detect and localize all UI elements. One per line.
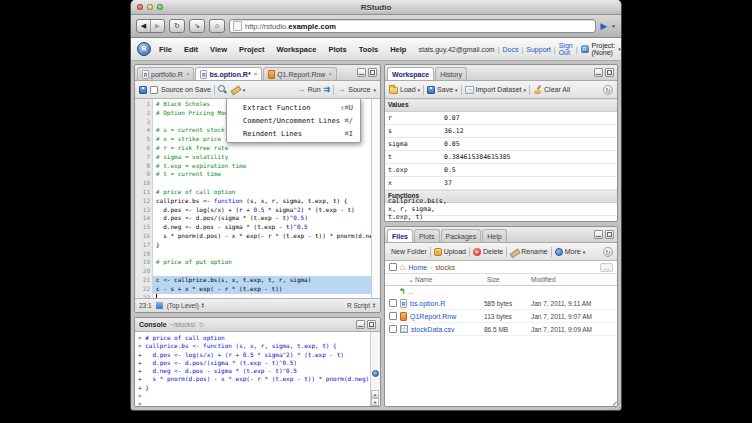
- menu-view[interactable]: View: [210, 45, 227, 54]
- select-all-checkbox[interactable]: [389, 263, 397, 271]
- import-dataset-button[interactable]: Import Dataset▾: [465, 86, 526, 94]
- tab-portfolio-r[interactable]: portfolio.R×: [137, 67, 194, 80]
- file-checkbox[interactable]: [389, 325, 397, 333]
- resize-grip[interactable]: [613, 402, 620, 409]
- console-refresh-icon[interactable]: ↻: [198, 321, 204, 329]
- file-type-selector[interactable]: R Script: [347, 302, 376, 309]
- more-button[interactable]: More▾: [555, 248, 585, 256]
- menu-item-reindent-lines[interactable]: Reindent Lines⌘I: [227, 127, 360, 140]
- code-line[interactable]: # price of put option: [156, 258, 371, 267]
- menu-tools[interactable]: Tools: [359, 45, 378, 54]
- maximize-pane-icon[interactable]: [605, 68, 614, 77]
- breadcrumb-current[interactable]: stocks: [435, 264, 455, 271]
- scrollbar-thumb[interactable]: [372, 370, 379, 377]
- code-line[interactable]: # t = current time: [156, 170, 371, 179]
- code-line[interactable]: [156, 179, 371, 188]
- tab-help[interactable]: Help: [482, 229, 506, 242]
- forward-button[interactable]: ▶: [150, 20, 164, 32]
- source-button[interactable]: Source: [348, 86, 370, 93]
- column-modified[interactable]: Modified: [531, 276, 617, 283]
- workspace-row[interactable]: s36.12: [385, 125, 617, 138]
- home-button[interactable]: ⌂: [209, 19, 225, 33]
- back-button[interactable]: ◀: [137, 20, 150, 32]
- file-row[interactable]: stockData.csv86.5 MBJan 7, 2011, 9:09 AM: [385, 323, 617, 336]
- find-icon[interactable]: [218, 85, 227, 94]
- load-button[interactable]: Load▾: [389, 85, 420, 94]
- menu-workspace[interactable]: Workspace: [277, 45, 317, 54]
- minimize-pane-icon[interactable]: [356, 320, 365, 329]
- code-line[interactable]: [156, 294, 371, 298]
- upload-button[interactable]: Upload: [434, 248, 466, 256]
- file-checkbox[interactable]: [389, 312, 397, 320]
- code-line[interactable]: d.neg <- d.pos - sigma * (t.exp - t)^0.5: [156, 223, 371, 232]
- rerun-icon[interactable]: ⇉: [324, 85, 331, 94]
- link-docs[interactable]: Docs: [503, 46, 519, 53]
- address-bar[interactable]: http://rstudio.example.com: [229, 19, 596, 33]
- code-editor[interactable]: 1234567891011121314151617181920212223 # …: [135, 99, 380, 298]
- close-tab-icon[interactable]: ×: [186, 71, 190, 77]
- menu-plots[interactable]: Plots: [328, 45, 346, 54]
- code-line[interactable]: s * pnorm(d.pos) - x * exp(- r * (t.exp …: [156, 232, 371, 241]
- code-line[interactable]: # t.exp = expiration time: [156, 162, 371, 171]
- code-line[interactable]: [156, 250, 371, 259]
- code-line[interactable]: d.pos <- log(s/x) + (r + 0.5 * sigma^2) …: [156, 206, 371, 215]
- close-tab-icon[interactable]: ×: [254, 71, 258, 77]
- window-titlebar[interactable]: RStudio: [131, 0, 621, 15]
- code-line[interactable]: c - s + x * exp( - r * (t.exp - t)): [153, 285, 371, 294]
- file-name-link[interactable]: bs.option.R: [400, 299, 481, 308]
- minimize-pane-icon[interactable]: [594, 68, 603, 77]
- code-line[interactable]: }: [156, 241, 371, 250]
- tab-history[interactable]: History: [435, 67, 467, 80]
- fullscreen-button[interactable]: ↘: [189, 19, 205, 33]
- code-line[interactable]: # r = risk free rate: [156, 144, 371, 153]
- close-tab-icon[interactable]: ×: [328, 71, 332, 77]
- code-tools-icon[interactable]: [230, 85, 240, 94]
- scroll-down-icon[interactable]: ▼: [371, 398, 379, 406]
- tab-workspace[interactable]: Workspace: [387, 67, 434, 80]
- home-icon[interactable]: [400, 263, 405, 272]
- file-row[interactable]: bs.option.R585 bytesJan 7, 2011, 9:11 AM: [385, 297, 617, 310]
- code-line[interactable]: d.pos <- d.pos/(sigma * (t.exp - t)^0.5): [156, 214, 371, 223]
- link-sign-out[interactable]: Sign Out: [559, 42, 573, 56]
- workspace-row[interactable]: sigma0.05: [385, 138, 617, 151]
- menu-file[interactable]: File: [159, 45, 172, 54]
- file-name-link[interactable]: stockData.csv: [400, 325, 481, 333]
- parent-directory-row[interactable]: ..: [385, 286, 617, 297]
- column-size[interactable]: Size: [487, 276, 531, 283]
- tab-files[interactable]: Files: [387, 229, 413, 242]
- new-folder-button[interactable]: New Folder: [389, 248, 427, 255]
- refresh-icon[interactable]: [603, 247, 613, 257]
- menu-item-comment-uncomment-lines[interactable]: Comment/Uncomment Lines⌘/: [227, 114, 360, 127]
- file-row[interactable]: Q1Report.Rnw113 bytesJan 7, 2011, 9:07 A…: [385, 310, 617, 323]
- project-caret-icon[interactable]: ▾: [618, 46, 621, 52]
- scroll-up-icon[interactable]: ▲: [371, 390, 379, 398]
- maximize-pane-icon[interactable]: [367, 320, 376, 329]
- menu-help[interactable]: Help: [390, 45, 406, 54]
- maximize-pane-icon[interactable]: [605, 230, 614, 239]
- clear-all-button[interactable]: Clear All: [533, 85, 570, 94]
- rename-button[interactable]: Rename: [510, 248, 547, 256]
- play-icon[interactable]: ▶: [600, 20, 607, 32]
- minimize-pane-icon[interactable]: [594, 230, 603, 239]
- code-line[interactable]: [156, 267, 371, 276]
- link-support[interactable]: Support: [526, 46, 551, 53]
- breadcrumb-home[interactable]: Home: [408, 264, 427, 271]
- workspace-row[interactable]: t0.384615384615385: [385, 151, 617, 164]
- code-line[interactable]: # price of call option: [156, 188, 371, 197]
- save-icon[interactable]: [139, 86, 147, 94]
- reload-button[interactable]: ↻: [169, 19, 185, 33]
- tab-bs-option-r[interactable]: bs.option.R*×: [195, 67, 262, 80]
- tab-packages[interactable]: Packages: [441, 229, 482, 242]
- minimize-pane-icon[interactable]: [357, 68, 366, 77]
- tab-q1-report-rnw[interactable]: Q1.Report.Rnw×: [263, 67, 337, 80]
- scope-selector[interactable]: (Top Level): [167, 302, 205, 309]
- code-line[interactable]: # sigma = volatility: [156, 153, 371, 162]
- workspace-row[interactable]: t.exp0.5: [385, 164, 617, 177]
- menu-item-extract-function[interactable]: Extract Function⇧⌘U: [227, 101, 360, 114]
- refresh-icon[interactable]: [603, 85, 613, 95]
- workspace-row[interactable]: callprice.bs(s, x, r, sigma, t.exp, t): [385, 203, 617, 216]
- source-caret-icon[interactable]: ▾: [373, 87, 376, 93]
- project-selector[interactable]: Project: (None): [592, 42, 616, 56]
- workspace-row[interactable]: r0.07: [385, 112, 617, 125]
- code-line[interactable]: c <- callprice.bs(s, x, t.exp, t, r, sig…: [153, 276, 371, 285]
